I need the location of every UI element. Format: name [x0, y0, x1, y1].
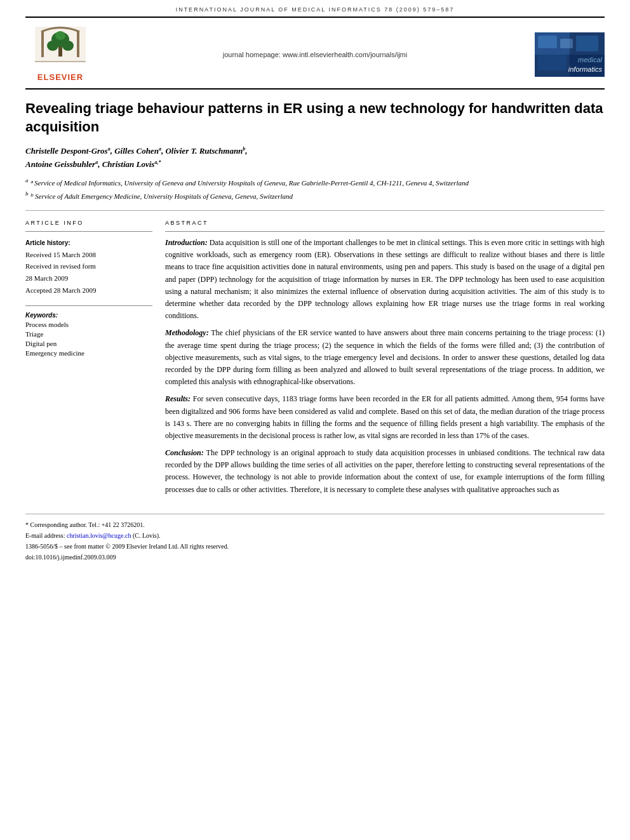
author-1: Christelle Despont-Grosa: [25, 146, 111, 156]
homepage-url: www.intl.elsevierhealth.com/journals/ijm…: [283, 51, 407, 58]
header-section: ELSEVIER journal homepage: www.intl.else…: [0, 18, 630, 88]
elsevier-tree-icon: [35, 27, 86, 71]
svg-rect-13: [560, 39, 573, 48]
abstract-header: ABSTRACT: [165, 220, 605, 226]
mi-logo-text: medical informatics: [568, 55, 602, 74]
received-date: Received 15 March 2008: [25, 249, 152, 261]
keyword-4: Emergency medicine: [25, 349, 152, 357]
author-2: Gilles Cohena: [114, 146, 161, 156]
keyword-1: Process models: [25, 321, 152, 328]
corresponding-text: * Corresponding author. Tel.: +41 22 372…: [25, 521, 145, 528]
keyword-2: Triage: [25, 330, 152, 338]
svg-rect-15: [538, 55, 566, 70]
corresponding-author: * Corresponding author. Tel.: +41 22 372…: [25, 519, 605, 530]
author-4: Antoine Geissbuhlera: [25, 159, 98, 169]
svg-point-5: [47, 41, 58, 51]
affiliation-b: b ᵇ Service of Adult Emergency Medicine,…: [25, 190, 605, 201]
intro-label: Introduction:: [165, 238, 208, 247]
footer-section: * Corresponding author. Tel.: +41 22 372…: [25, 514, 605, 563]
svg-rect-12: [538, 36, 557, 48]
copyright-line: 1386-5056/$ – see front matter © 2009 El…: [25, 541, 605, 552]
revised-label: Received in revised form: [25, 260, 152, 272]
keyword-3: Digital pen: [25, 340, 152, 347]
svg-point-7: [55, 31, 65, 40]
abstract-intro: Introduction: Data acquisition is still …: [165, 237, 605, 322]
article-info-column: ARTICLE INFO Article history: Received 1…: [25, 220, 152, 501]
abstract-results: Results: For seven consecutive days, 118…: [165, 393, 605, 442]
doi-line: doi:10.1016/j.ijmedinf.2009.03.009: [25, 552, 605, 563]
conclusion-text: The DPP technology is an original approa…: [165, 448, 605, 494]
methodology-text: The chief physicians of the ER service w…: [165, 328, 605, 386]
author-5: Christian Lovisa,*: [102, 159, 161, 169]
svg-point-6: [62, 41, 74, 51]
revised-date: 28 March 2009: [25, 272, 152, 284]
homepage-label: journal homepage:: [223, 51, 281, 58]
article-info-rule: [25, 231, 152, 232]
abstract-rule: [165, 231, 605, 232]
results-label: Results:: [165, 394, 191, 403]
methodology-label: Methodology:: [165, 328, 209, 337]
email-line: E-mail address: christian.lovis@hcuge.ch…: [25, 530, 605, 541]
page: International Journal of Medical Informa…: [0, 0, 630, 840]
journal-homepage: journal homepage: www.intl.elsevierhealt…: [108, 51, 522, 58]
abstract-column: ABSTRACT Introduction: Data acquisition …: [165, 220, 605, 501]
elsevier-logo: ELSEVIER: [25, 27, 95, 82]
author-3: Olivier T. Rutschmannb: [165, 146, 245, 156]
keywords-label: Keywords:: [25, 311, 152, 319]
affil-rule: [25, 210, 605, 211]
results-text: For seven consecutive days, 1183 triage …: [165, 394, 605, 440]
authors: Christelle Despont-Grosa, Gilles Cohena,…: [25, 145, 605, 171]
svg-rect-14: [576, 36, 598, 51]
email-label: E-mail address:: [25, 532, 65, 539]
article-info-header: ARTICLE INFO: [25, 220, 152, 226]
history-label: Article history:: [25, 237, 152, 249]
accepted-date: Accepted 28 March 2009: [25, 284, 152, 297]
medical-informatics-logo: medical informatics: [535, 32, 605, 77]
keywords-rule: [25, 305, 152, 306]
email-suffix: (C. Lovis).: [133, 532, 161, 539]
two-column-layout: ARTICLE INFO Article history: Received 1…: [25, 220, 605, 501]
abstract-conclusion: Conclusion: The DPP technology is an ori…: [165, 447, 605, 496]
affiliations: a ᵃ Service of Medical Informatics, Univ…: [25, 177, 605, 201]
svg-rect-1: [41, 32, 44, 57]
abstract-text: Introduction: Data acquisition is still …: [165, 237, 605, 496]
elsevier-brand: ELSEVIER: [37, 72, 83, 82]
article-history: Article history: Received 15 March 2008 …: [25, 237, 152, 296]
journal-title: International Journal of Medical Informa…: [176, 6, 455, 13]
intro-text: Data acquisition is still one of the imp…: [165, 238, 605, 320]
keywords-section: Keywords: Process models Triage Digital …: [25, 311, 152, 357]
abstract-methodology: Methodology: The chief physicians of the…: [165, 327, 605, 388]
affiliation-a: a ᵃ Service of Medical Informatics, Univ…: [25, 177, 605, 188]
journal-header: International Journal of Medical Informa…: [0, 0, 630, 17]
main-content: Revealing triage behaviour patterns in E…: [0, 90, 630, 501]
svg-rect-2: [77, 32, 79, 57]
email-address: christian.lovis@hcuge.ch: [67, 532, 131, 539]
conclusion-label: Conclusion:: [165, 448, 204, 457]
article-title: Revealing triage behaviour patterns in E…: [25, 100, 605, 136]
